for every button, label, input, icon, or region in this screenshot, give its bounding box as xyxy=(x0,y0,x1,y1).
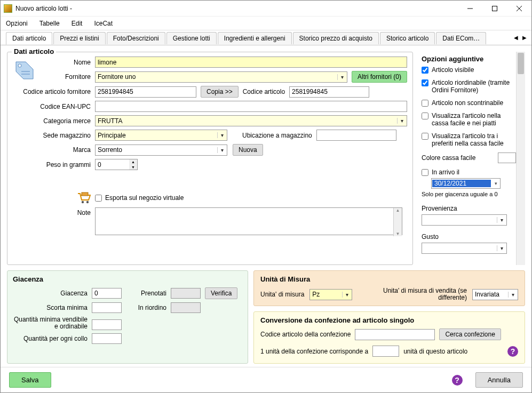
maximize-button[interactable] xyxy=(482,1,507,17)
cassa-facile-label: Visualizza l'articolo nella cassa facile… xyxy=(432,112,516,127)
conv-ratio-post: unità di questo articolo xyxy=(403,348,467,355)
dati-articolo-title: Dati articolo xyxy=(12,47,56,55)
help-icon[interactable]: ? xyxy=(507,346,518,357)
tab-scroll-left[interactable]: ◀ xyxy=(512,35,520,41)
copia-button[interactable]: Copia >> xyxy=(201,86,239,98)
ubicazione-input[interactable] xyxy=(316,130,396,141)
cassa-facile-checkbox[interactable] xyxy=(422,113,428,119)
codice-articolo-input[interactable] xyxy=(289,86,369,98)
tab-ingredienti[interactable]: Ingredienti e allergeni xyxy=(218,32,292,44)
q-collo-label: Quantità per ogni collo xyxy=(13,335,92,342)
non-scontrinabile-checkbox[interactable] xyxy=(422,100,428,107)
sede-label: Sede magazzino xyxy=(13,132,95,139)
close-button[interactable] xyxy=(507,1,531,17)
tag-icon xyxy=(14,60,35,81)
q-min-label: Quantità minima vendibile e ordinabile xyxy=(13,316,92,330)
q-collo-input[interactable] xyxy=(92,333,122,344)
note-label: Note xyxy=(13,207,95,216)
chevron-down-icon: ▾ xyxy=(497,217,506,223)
provenienza-select[interactable]: ▾ xyxy=(422,214,507,226)
tab-dati-articolo[interactable]: Dati articolo xyxy=(6,32,52,45)
chevron-down-icon: ▾ xyxy=(497,245,506,251)
chevron-down-icon: ▾ xyxy=(217,147,227,153)
peso-input[interactable] xyxy=(95,159,129,170)
tab-dati-ecom[interactable]: Dati ECom… xyxy=(436,32,486,44)
menu-opzioni[interactable]: Opzioni xyxy=(6,20,28,27)
menu-tabelle[interactable]: Tabelle xyxy=(39,20,60,27)
gusto-select[interactable]: ▾ xyxy=(422,243,507,254)
conv-ratio-input[interactable] xyxy=(372,346,399,357)
conv-ratio-pre: 1 unità della confezione corrisponde a xyxy=(260,348,368,355)
verifica-button[interactable]: Verifica xyxy=(205,287,237,299)
scroll-up-icon[interactable]: ▲ xyxy=(396,208,400,213)
preferiti-label: Visualizza l'articolo tra i preferiti ne… xyxy=(432,132,516,147)
svg-rect-10 xyxy=(82,193,88,196)
esporta-checkbox[interactable] xyxy=(95,195,102,202)
tab-storico-prezzo[interactable]: Storico prezzo di acquisto xyxy=(293,32,379,44)
codice-fornitore-input[interactable] xyxy=(95,86,196,98)
altri-fornitori-button[interactable]: Altri fornitori (0) xyxy=(352,71,407,83)
categoria-select[interactable]: FRUTTA ▾ xyxy=(95,115,407,126)
minimize-button[interactable] xyxy=(458,1,482,17)
esporta-label: Esporta sul negozio virtuale xyxy=(105,194,184,202)
opzioni-title: Opzioni aggiuntive xyxy=(422,55,516,63)
chevron-down-icon: ▾ xyxy=(397,118,407,124)
bottombar: Salva ? Annulla xyxy=(1,367,531,392)
tab-prezzi-listini[interactable]: Prezzi e listini xyxy=(53,32,105,44)
scorta-input[interactable] xyxy=(92,302,122,313)
ean-label: Codice EAN-UPC xyxy=(13,103,95,110)
window-title: Nuovo articolo lotti - xyxy=(15,5,72,12)
fornitore-select[interactable]: Fornitore uno ▾ xyxy=(95,71,347,83)
giacenza-input[interactable] xyxy=(92,288,122,299)
scorta-label: Scorta minima xyxy=(13,304,92,311)
menu-edit[interactable]: Edit xyxy=(72,20,83,27)
scroll-down-icon[interactable]: ▼ xyxy=(396,231,400,236)
codice-articolo-label: Codice articolo xyxy=(243,88,285,95)
ean-input[interactable] xyxy=(95,101,407,112)
chevron-down-icon: ▾ xyxy=(508,292,518,298)
riordinabile-checkbox[interactable] xyxy=(422,79,428,86)
menu-icecat[interactable]: IceCat xyxy=(94,20,113,27)
opzioni-group: Opzioni aggiuntive Articolo visibile Art… xyxy=(418,52,516,265)
giacenza-group: Giacenza Giacenza Prenotati Verifica Sco… xyxy=(7,270,248,364)
preferiti-checkbox[interactable] xyxy=(422,133,428,140)
giacenza-title: Giacenza xyxy=(13,275,242,283)
unita-vendita-label: Unita' di misura di vendita (se differen… xyxy=(358,287,467,301)
unita-select[interactable]: Pz ▾ xyxy=(309,289,352,300)
annulla-button[interactable]: Annulla xyxy=(475,372,523,388)
q-min-input[interactable] xyxy=(92,319,122,330)
conv-codice-input[interactable] xyxy=(355,329,435,340)
menubar: Opzioni Tabelle Edit IceCat xyxy=(1,17,531,30)
cerca-confezione-button[interactable]: Cerca confezione xyxy=(439,328,501,340)
nuova-marca-button[interactable]: Nuova xyxy=(233,144,263,156)
in-arrivo-date[interactable]: 30/12/2021 ▾ xyxy=(431,178,501,189)
categoria-label: Categoria merce xyxy=(13,117,95,125)
svg-rect-1 xyxy=(493,6,497,11)
svg-point-8 xyxy=(82,201,84,203)
visibile-label: Articolo visibile xyxy=(432,66,474,74)
in-arrivo-checkbox[interactable] xyxy=(422,169,428,176)
cart-icon xyxy=(77,191,91,204)
tab-scroll-right[interactable]: ▶ xyxy=(521,35,528,41)
codice-fornitore-label: Codice articolo fornitore xyxy=(13,88,95,95)
colore-swatch[interactable] xyxy=(498,153,516,163)
tab-foto-descrizioni[interactable]: Foto/Descrizioni xyxy=(107,32,165,44)
opzioni-scrollbar[interactable] xyxy=(516,52,525,265)
tab-gestione-lotti[interactable]: Gestione lotti xyxy=(166,32,217,44)
peso-label: Peso in grammi xyxy=(13,161,95,169)
unita-label: Unita' di misura xyxy=(260,291,304,298)
in-riordino-label: In riordino xyxy=(122,304,171,311)
unita-vendita-select[interactable]: Invariata ▾ xyxy=(472,289,518,300)
chevron-down-icon: ▾ xyxy=(342,292,352,298)
tab-storico-articolo[interactable]: Storico articolo xyxy=(380,32,435,44)
peso-spinner[interactable]: ▲▼ xyxy=(129,159,138,170)
nome-input[interactable] xyxy=(95,57,407,68)
in-riordino-input xyxy=(171,302,201,313)
sede-select[interactable]: Principale ▾ xyxy=(95,130,227,141)
marca-select[interactable]: Sorrento ▾ xyxy=(95,145,227,156)
salva-button[interactable]: Salva xyxy=(9,372,51,388)
visibile-checkbox[interactable] xyxy=(422,67,428,74)
chevron-down-icon: ▾ xyxy=(337,74,347,80)
help-icon[interactable]: ? xyxy=(452,375,463,386)
note-textarea[interactable] xyxy=(95,207,402,235)
